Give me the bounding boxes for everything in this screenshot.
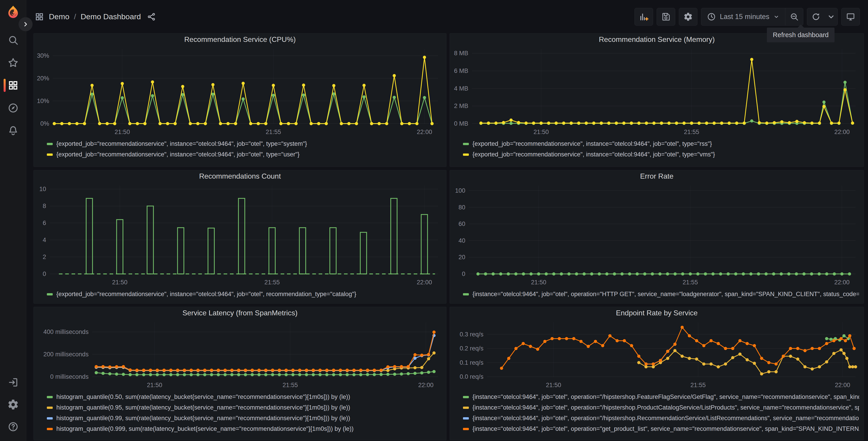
legend-item[interactable]: histogram_quantile(0.999, sum(rate(laten… xyxy=(47,423,442,434)
grafana-logo-icon[interactable] xyxy=(6,5,20,19)
magnifier-minus-icon xyxy=(789,12,799,22)
svg-text:0 milliseconds: 0 milliseconds xyxy=(50,373,89,380)
panel-title[interactable]: Recommendations Count xyxy=(34,170,446,182)
share-icon[interactable] xyxy=(147,12,156,21)
recommendations-count-chart[interactable]: 024681021:5021:5522:00 xyxy=(34,182,446,288)
memory-chart[interactable]: 0 MB2 MB4 MB6 MB8 MB21:5021:5522:00 xyxy=(450,45,864,138)
legend-item[interactable]: {exported_job="recommendationservice", i… xyxy=(47,289,442,299)
svg-text:21:55: 21:55 xyxy=(283,382,298,388)
zoom-out-time-button[interactable] xyxy=(785,8,803,25)
sidebar-item-settings[interactable] xyxy=(0,399,26,411)
legend-swatch xyxy=(463,293,469,295)
svg-text:0.3 req/s: 0.3 req/s xyxy=(460,331,484,338)
legend-swatch xyxy=(463,396,469,398)
panel-title[interactable]: Error Rate xyxy=(450,170,864,182)
legend-label: histogram_quantile(0.95, sum(rate(latenc… xyxy=(56,404,350,411)
svg-text:0.1 req/s: 0.1 req/s xyxy=(460,359,484,366)
cycle-view-button[interactable] xyxy=(841,8,860,26)
tooltip-text: Refresh dashboard xyxy=(773,31,829,38)
legend-item[interactable]: {exported_job="recommendationservice", i… xyxy=(47,149,442,160)
legend-label: {instance="otelcol:9464", job="otel", op… xyxy=(472,404,859,411)
legend-label: {instance="otelcol:9464", job="otel", op… xyxy=(472,291,859,298)
legend-swatch xyxy=(463,153,469,156)
sidebar-item-sign-in[interactable] xyxy=(0,376,26,388)
svg-text:4 MB: 4 MB xyxy=(454,85,468,92)
panel-title[interactable]: Recommendation Service (CPU%) xyxy=(34,33,446,45)
svg-text:22:00: 22:00 xyxy=(834,279,850,286)
legend-swatch xyxy=(47,417,53,419)
legend-label: {exported_job="recommendationservice", i… xyxy=(472,140,712,147)
legend-label: {exported_job="recommendationservice", i… xyxy=(56,151,300,158)
legend-swatch xyxy=(463,143,469,145)
legend-swatch xyxy=(463,417,469,419)
sidebar-expand-button[interactable] xyxy=(19,17,33,31)
legend-item[interactable]: {instance="otelcol:9464", job="otel", op… xyxy=(463,289,859,299)
sign-in-icon xyxy=(7,377,19,388)
panel-title[interactable]: Service Latency (from SpanMetrics) xyxy=(34,307,446,319)
svg-text:22:00: 22:00 xyxy=(417,128,432,136)
sidebar-item-search[interactable] xyxy=(0,34,26,46)
toolbar: Last 15 minutes xyxy=(634,8,860,26)
refresh-interval-dropdown[interactable] xyxy=(825,8,837,25)
breadcrumb-page-title[interactable]: Demo Dashboard xyxy=(81,12,141,21)
svg-text:22:00: 22:00 xyxy=(835,382,850,388)
search-icon xyxy=(7,34,19,46)
legend-swatch xyxy=(47,143,53,145)
legend-item[interactable]: {exported_job="recommendationservice", i… xyxy=(463,149,859,160)
svg-text:22:00: 22:00 xyxy=(834,128,850,136)
legend-swatch xyxy=(47,396,53,398)
refresh-dashboard-button[interactable] xyxy=(807,8,825,26)
legend-item[interactable]: {instance="otelcol:9464", job="otel", op… xyxy=(463,413,859,423)
svg-text:6: 6 xyxy=(43,219,46,226)
add-panel-icon xyxy=(639,12,649,22)
clock-icon xyxy=(707,12,716,22)
service-latency-chart[interactable]: 0 milliseconds200 milliseconds400 millis… xyxy=(34,319,446,391)
svg-text:0.2 req/s: 0.2 req/s xyxy=(460,345,484,352)
legend-item[interactable]: {instance="otelcol:9464", job="otel", op… xyxy=(463,423,859,434)
breadcrumb-section[interactable]: Demo xyxy=(49,12,69,21)
legend-label: {instance="otelcol:9464", job="otel", op… xyxy=(472,425,859,432)
cpu-chart[interactable]: 0%10%20%30%21:5021:5522:00 xyxy=(34,45,446,138)
svg-text:30%: 30% xyxy=(37,52,49,59)
legend-item[interactable]: {exported_job="recommendationservice", i… xyxy=(47,139,442,149)
legend-item[interactable]: histogram_quantile(0.50, sum(rate(latenc… xyxy=(47,392,442,402)
panel-recommendations-count: Recommendations Count 024681021:5021:552… xyxy=(33,170,446,303)
sidebar-item-alerting[interactable] xyxy=(0,124,26,137)
legend-label: histogram_quantile(0.50, sum(rate(latenc… xyxy=(56,393,350,401)
panel-recommendation-cpu: Recommendation Service (CPU%) 0%10%20%30… xyxy=(33,33,446,167)
endpoint-rate-chart[interactable]: 0.0 req/s0.1 req/s0.2 req/s0.3 req/s21:5… xyxy=(450,319,864,391)
refresh-group xyxy=(807,8,838,26)
gear-icon xyxy=(7,399,19,410)
sidebar-item-starred[interactable] xyxy=(0,57,26,69)
svg-text:20%: 20% xyxy=(37,75,49,82)
svg-text:80: 80 xyxy=(459,204,465,211)
dashboard-grid: Recommendation Service (CPU%) 0%10%20%30… xyxy=(33,33,864,440)
legend: {exported_job="recommendationservice", i… xyxy=(34,139,446,160)
legend-item[interactable]: histogram_quantile(0.99, sum(rate(latenc… xyxy=(47,413,442,423)
panel-title[interactable]: Endpoint Rate by Service xyxy=(450,307,864,319)
legend-label: {instance="otelcol:9464", job="otel", op… xyxy=(472,393,859,401)
save-dashboard-button[interactable] xyxy=(657,8,675,26)
legend-swatch xyxy=(47,407,53,409)
sidebar-item-dashboards[interactable] xyxy=(0,79,26,91)
legend-item[interactable]: histogram_quantile(0.95, sum(rate(latenc… xyxy=(47,402,442,413)
sidebar-item-explore[interactable] xyxy=(0,102,26,114)
legend-swatch xyxy=(463,428,469,430)
legend-swatch xyxy=(47,428,53,430)
error-rate-chart[interactable]: 02040608010021:5021:5522:00 xyxy=(450,182,864,288)
dashboard-settings-button[interactable] xyxy=(679,8,698,26)
legend: {instance="otelcol:9464", job="otel", op… xyxy=(450,289,864,299)
time-range-picker[interactable]: Last 15 minutes xyxy=(701,8,785,25)
panel-error-rate: Error Rate 02040608010021:5021:5522:00 {… xyxy=(450,170,864,303)
legend-item[interactable]: {instance="otelcol:9464", job="otel", op… xyxy=(463,402,859,413)
svg-text:21:50: 21:50 xyxy=(112,279,128,286)
gear-icon xyxy=(683,12,693,22)
sidebar-item-help[interactable] xyxy=(0,421,26,433)
panel-service-latency: Service Latency (from SpanMetrics) 0 mil… xyxy=(33,307,446,440)
svg-text:21:50: 21:50 xyxy=(531,279,547,286)
legend-item[interactable]: {instance="otelcol:9464", job="otel", op… xyxy=(463,392,859,402)
legend-item[interactable]: {exported_job="recommendationservice", i… xyxy=(463,139,859,149)
svg-text:8: 8 xyxy=(43,203,46,209)
svg-text:0.0 req/s: 0.0 req/s xyxy=(460,373,484,380)
add-panel-button[interactable] xyxy=(634,8,653,26)
